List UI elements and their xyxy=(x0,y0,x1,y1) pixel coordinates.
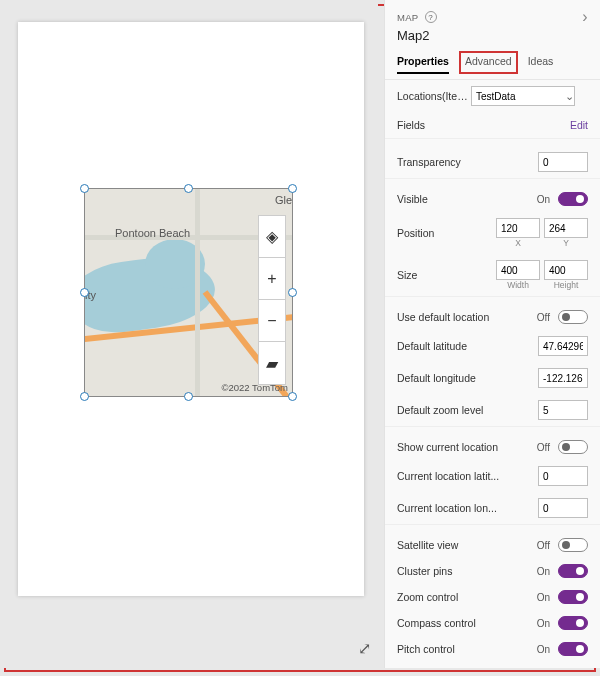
default-longitude-label: Default longitude xyxy=(397,372,538,384)
default-longitude-input[interactable] xyxy=(538,368,588,388)
locations-select[interactable] xyxy=(471,86,575,106)
tab-advanced[interactable]: Advanced xyxy=(459,51,518,74)
resize-handle[interactable] xyxy=(184,392,193,401)
locations-label: Locations(Items) xyxy=(397,90,471,102)
visible-toggle[interactable] xyxy=(558,192,588,206)
visible-label: Visible xyxy=(397,193,537,205)
zoom-control-toggle[interactable] xyxy=(558,590,588,604)
canvas-resize-icon[interactable]: ⤢ xyxy=(358,639,371,658)
compass-button[interactable]: ◈ xyxy=(259,216,285,258)
position-label: Position xyxy=(397,227,496,239)
fields-label: Fields xyxy=(397,119,570,131)
canvas-area: Pontoon Beach Gle ity ©2022 TomTom ◈ + −… xyxy=(0,0,378,668)
transparency-input[interactable] xyxy=(538,152,588,172)
size-height-input[interactable] xyxy=(544,260,588,280)
zoom-in-button[interactable]: + xyxy=(259,258,285,300)
zoomctl-state: On xyxy=(537,592,550,603)
expand-chevron-icon[interactable]: › xyxy=(582,8,588,26)
current-longitude-input[interactable] xyxy=(538,498,588,518)
pitch-state: On xyxy=(537,644,550,655)
visible-state-text: On xyxy=(537,194,550,205)
app-page[interactable]: Pontoon Beach Gle ity ©2022 TomTom ◈ + −… xyxy=(18,22,364,596)
fields-edit-link[interactable]: Edit xyxy=(570,119,588,131)
zoom-out-button[interactable]: − xyxy=(259,300,285,342)
resize-handle[interactable] xyxy=(288,288,297,297)
default-zoom-label: Default zoom level xyxy=(397,404,538,416)
resize-handle[interactable] xyxy=(80,184,89,193)
map-edge-label-right: Gle xyxy=(275,194,292,206)
help-icon[interactable]: ? xyxy=(425,11,437,23)
compass-state: On xyxy=(537,618,550,629)
tab-properties[interactable]: Properties xyxy=(397,51,449,74)
cluster-pins-toggle[interactable] xyxy=(558,564,588,578)
map-controls-stack: ◈ + − ▰ xyxy=(258,215,286,385)
tab-ideas[interactable]: Ideas xyxy=(528,51,554,74)
sat-state: Off xyxy=(537,540,550,551)
show-cur-loc-state: Off xyxy=(537,442,550,453)
pitch-control-label: Pitch control xyxy=(397,643,537,655)
default-latitude-label: Default latitude xyxy=(397,340,538,352)
pitch-button[interactable]: ▰ xyxy=(259,342,285,384)
resize-handle[interactable] xyxy=(80,392,89,401)
resize-handle[interactable] xyxy=(288,392,297,401)
satellite-view-toggle[interactable] xyxy=(558,538,588,552)
current-latitude-input[interactable] xyxy=(538,466,588,486)
resize-handle[interactable] xyxy=(184,184,193,193)
map-control-selected[interactable]: Pontoon Beach Gle ity ©2022 TomTom ◈ + −… xyxy=(84,188,293,397)
control-type-label: MAP xyxy=(397,12,419,23)
x-caption: X xyxy=(515,238,521,248)
width-caption: Width xyxy=(507,280,529,290)
control-name[interactable]: Map2 xyxy=(397,28,588,43)
satellite-view-label: Satellite view xyxy=(397,539,537,551)
current-latitude-label: Current location latit... xyxy=(397,470,538,482)
default-latitude-input[interactable] xyxy=(538,336,588,356)
position-x-input[interactable] xyxy=(496,218,540,238)
zoom-control-label: Zoom control xyxy=(397,591,537,603)
y-caption: Y xyxy=(563,238,569,248)
size-label: Size xyxy=(397,269,496,281)
current-longitude-label: Current location lon... xyxy=(397,502,538,514)
control-type-header: MAP ? › xyxy=(397,8,588,26)
pitch-control-toggle[interactable] xyxy=(558,642,588,656)
use-default-location-toggle[interactable] xyxy=(558,310,588,324)
size-width-input[interactable] xyxy=(496,260,540,280)
height-caption: Height xyxy=(554,280,579,290)
resize-handle[interactable] xyxy=(80,288,89,297)
properties-panel: MAP ? › Map2 Properties Advanced Ideas L… xyxy=(384,0,600,668)
default-zoom-input[interactable] xyxy=(538,400,588,420)
compass-control-toggle[interactable] xyxy=(558,616,588,630)
cluster-pins-label: Cluster pins xyxy=(397,565,537,577)
show-current-location-toggle[interactable] xyxy=(558,440,588,454)
use-default-location-label: Use default location xyxy=(397,311,537,323)
compass-control-label: Compass control xyxy=(397,617,537,629)
show-current-location-label: Show current location xyxy=(397,441,537,453)
map-city-label: Pontoon Beach xyxy=(115,227,190,239)
transparency-label: Transparency xyxy=(397,156,538,168)
position-y-input[interactable] xyxy=(544,218,588,238)
resize-handle[interactable] xyxy=(288,184,297,193)
cluster-state: On xyxy=(537,566,550,577)
use-default-loc-state: Off xyxy=(537,312,550,323)
